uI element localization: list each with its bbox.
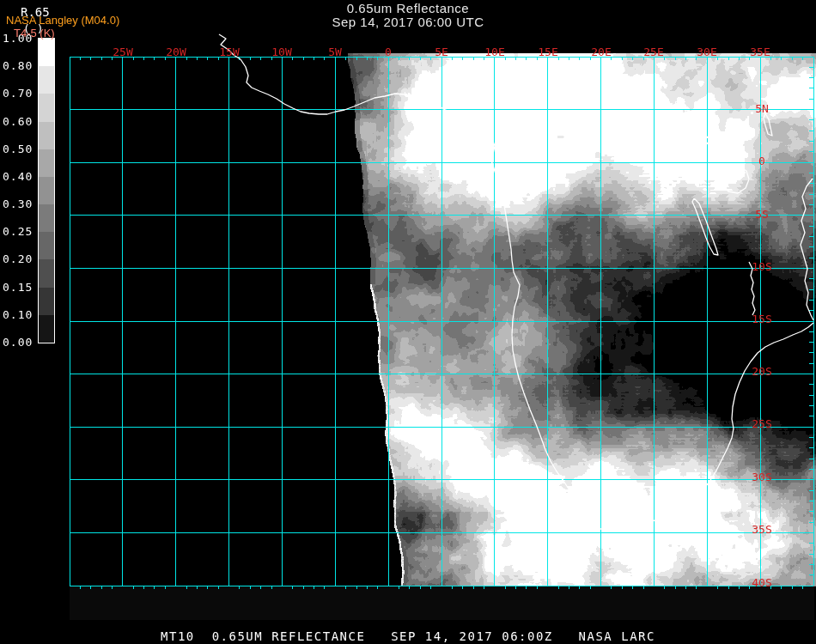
colorbar-tick-label: 0.00 (3, 337, 37, 348)
colorbar-band (39, 149, 54, 178)
lat-label: 40S (745, 578, 779, 588)
colorbar-band (39, 315, 54, 343)
colorbar-tick-label: 0.40 (3, 171, 37, 182)
lon-label: 10W (265, 47, 299, 58)
colorbar-band (39, 288, 54, 316)
lat-label: 35S (745, 525, 779, 535)
lon-label: 15E (531, 47, 565, 58)
colorbar: 1.000.800.700.600.500.400.300.250.200.15… (0, 33, 62, 352)
lat-label: 25S (745, 419, 779, 429)
subgrid-data-strip (70, 586, 814, 620)
lat-label: 5S (745, 210, 779, 220)
lat-label: 5N (745, 104, 779, 114)
colorbar-band (39, 122, 54, 150)
subtitle-date: Sep 14, 2017 06:00 UTC (0, 15, 816, 29)
colorbar-tick-label: 0.80 (3, 60, 37, 71)
lon-label: 20E (584, 47, 618, 58)
lon-label: 15W (212, 47, 247, 58)
lat-label: 10S (745, 262, 779, 272)
lon-label: 5E (424, 47, 459, 58)
lon-label: 5W (318, 47, 352, 58)
satellite-image-viewer: R.65 NASA Langley (M04.0) (-) T4-5 (K) 0… (0, 0, 816, 644)
colorbar-tick-label: 0.25 (3, 226, 37, 237)
colorbar-band (39, 259, 54, 288)
lon-label: 25W (106, 47, 140, 58)
colorbar-band (39, 66, 54, 94)
lon-label: 25E (636, 47, 671, 58)
colorbar-tick-label: 0.20 (3, 253, 37, 264)
lon-label: 20W (159, 47, 193, 58)
footer-caption: MT10 0.65UM REFLECTANCE SEP 14, 2017 06:… (0, 629, 816, 643)
lat-label: 20S (745, 367, 779, 377)
lon-label: 30E (690, 47, 724, 58)
colorbar-band (39, 232, 54, 260)
colorbar-gradient (38, 38, 55, 343)
colorbar-tick-label: 0.50 (3, 143, 37, 155)
colorbar-band (39, 94, 54, 122)
colorbar-tick-label: 0.70 (3, 88, 37, 99)
colorbar-tick-label: 0.60 (3, 116, 37, 127)
main-title: 0.65um Reflectance (0, 2, 816, 15)
lat-label: 0 (745, 156, 779, 167)
lon-label: 0 (371, 47, 405, 58)
colorbar-band (39, 204, 54, 233)
lon-label: 10E (478, 47, 512, 58)
colorbar-band (39, 177, 54, 205)
lat-label: 15S (745, 314, 779, 325)
colorbar-tick-label: 0.30 (3, 198, 37, 210)
lat-label: 30S (745, 472, 779, 483)
colorbar-tick-label: 0.10 (3, 309, 37, 320)
colorbar-tick-label: 0.15 (3, 282, 37, 293)
lon-label: 35E (743, 47, 777, 58)
colorbar-band (39, 39, 54, 67)
title-block: 0.65um Reflectance Sep 14, 2017 06:00 UT… (0, 2, 816, 29)
